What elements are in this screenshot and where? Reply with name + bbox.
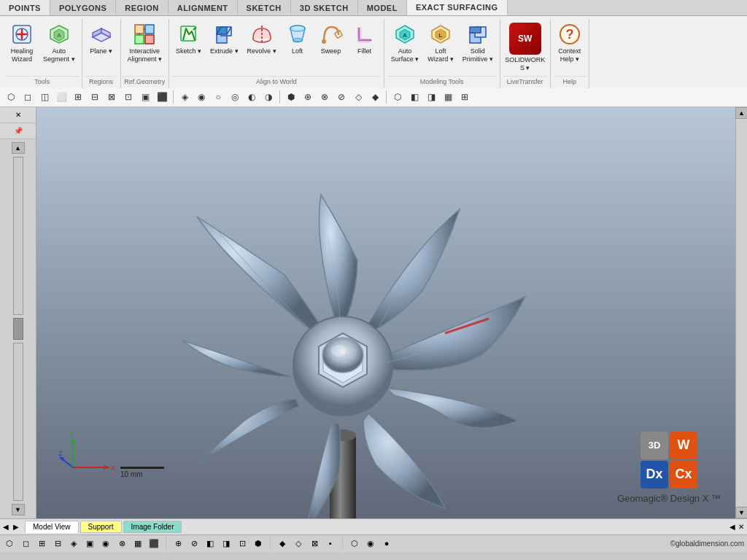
svg-marker-55 xyxy=(71,438,75,443)
scroll-up[interactable]: ▲ xyxy=(12,142,25,154)
status-icon-14[interactable]: ◨ xyxy=(220,537,233,550)
toolbar-btn-27[interactable]: ⊞ xyxy=(457,89,473,105)
status-icon-9[interactable]: ▦ xyxy=(131,537,144,550)
toolbar-btn-4[interactable]: ⬜ xyxy=(53,89,69,105)
tab-alignment[interactable]: ALIGNMENT xyxy=(169,0,238,15)
solidworks-button[interactable]: SW SOLIDWORKS ▾ xyxy=(503,20,547,74)
ribbon-group-help: ? ContextHelp ▾ Help xyxy=(551,19,589,88)
plane-label: Plane ▾ xyxy=(90,47,112,55)
svg-point-50 xyxy=(331,345,346,357)
toolbar-btn-3[interactable]: ◫ xyxy=(36,89,53,105)
loft-icon xyxy=(286,23,309,46)
right-scroll-up[interactable]: ▲ xyxy=(735,107,748,119)
interactive-alignment-button[interactable]: InteractiveAlignment ▾ xyxy=(124,20,166,66)
status-icon-3[interactable]: ⊞ xyxy=(35,537,48,550)
tab-support[interactable]: Support xyxy=(80,521,122,533)
loft-button[interactable]: Loft xyxy=(282,20,314,58)
status-icon-10[interactable]: ⬛ xyxy=(147,537,160,550)
status-icon-6[interactable]: ▣ xyxy=(83,537,96,550)
bottom-expand[interactable]: ◀ xyxy=(729,523,735,531)
tab-points[interactable]: POINTS xyxy=(0,0,50,15)
tab-image-folder[interactable]: Image Folder xyxy=(123,521,182,533)
status-icon-23[interactable]: ● xyxy=(380,537,393,550)
toolbar-btn-16[interactable]: ◑ xyxy=(260,89,276,105)
sweep-button[interactable]: Sweep xyxy=(315,20,347,58)
left-panel-close[interactable]: ✕ xyxy=(0,107,36,123)
right-scroll-down[interactable]: ▼ xyxy=(735,507,748,518)
sketch-button[interactable]: Sketch ▾ xyxy=(172,20,205,58)
viewport[interactable]: X Y Z 10 mm 3D W Dx Cx xyxy=(36,107,735,518)
toolbar-btn-20[interactable]: ⊘ xyxy=(333,89,349,105)
status-icon-11[interactable]: ⊕ xyxy=(171,537,185,550)
svg-text:Z: Z xyxy=(58,450,63,457)
right-scrollbar[interactable]: ▲ ▼ xyxy=(735,107,747,518)
sketch-icon xyxy=(177,23,201,46)
toolbar-btn-17[interactable]: ⬢ xyxy=(283,89,299,105)
status-icon-15[interactable]: ⊡ xyxy=(236,537,249,550)
status-icon-7[interactable]: ◉ xyxy=(99,537,112,550)
status-icon-17[interactable]: ◆ xyxy=(276,537,289,550)
toolbar-btn-11[interactable]: ◈ xyxy=(177,89,193,105)
healing-wizard-button[interactable]: HealingWizard xyxy=(6,20,38,66)
toolbar-btn-8[interactable]: ⊡ xyxy=(120,89,136,105)
toolbar-btn-21[interactable]: ◇ xyxy=(350,89,366,105)
toolbar-btn-10[interactable]: ⬛ xyxy=(154,89,170,105)
toolbar-btn-24[interactable]: ◧ xyxy=(406,89,422,105)
scroll-thumb[interactable] xyxy=(13,318,23,340)
context-help-icon: ? xyxy=(558,23,581,46)
watermark-text: Geomagic® Design X ™ xyxy=(617,493,721,504)
solid-primitive-button[interactable]: SolidPrimitive ▾ xyxy=(459,20,497,66)
status-icon-21[interactable]: ⬡ xyxy=(348,537,361,550)
toolbar-btn-14[interactable]: ◎ xyxy=(227,89,243,105)
tab-model[interactable]: MODEL xyxy=(358,0,407,15)
loft-wizard-button[interactable]: L LoftWizard ▾ xyxy=(424,20,457,66)
tab-sketch[interactable]: SKETCH xyxy=(238,0,291,15)
toolbar-btn-6[interactable]: ⊟ xyxy=(87,89,103,105)
scroll-down[interactable]: ▼ xyxy=(12,504,25,516)
toolbar-btn-22[interactable]: ◆ xyxy=(367,89,383,105)
toolbar-btn-1[interactable]: ⬡ xyxy=(3,89,19,105)
status-icon-18[interactable]: ◇ xyxy=(292,537,305,550)
status-icon-2[interactable]: ◻ xyxy=(19,537,32,550)
tab-polygons[interactable]: POLYGONS xyxy=(50,0,116,15)
auto-surface-button[interactable]: A AutoSurface ▾ xyxy=(387,20,423,66)
toolbar-btn-19[interactable]: ⊗ xyxy=(317,89,333,105)
toolbar-btn-7[interactable]: ⊠ xyxy=(104,89,120,105)
bottom-nav-left[interactable]: ◀ xyxy=(3,523,9,531)
bottom-nav-right[interactable]: ▶ xyxy=(13,523,19,531)
status-icon-13[interactable]: ◧ xyxy=(204,537,217,550)
toolbar-btn-26[interactable]: ▦ xyxy=(440,89,456,105)
status-icon-16[interactable]: ⬢ xyxy=(252,537,265,550)
status-icon-12[interactable]: ⊘ xyxy=(187,537,201,550)
toolbar-btn-13[interactable]: ○ xyxy=(210,89,226,105)
toolbar-btn-18[interactable]: ⊕ xyxy=(300,89,316,105)
fillet-button[interactable]: Fillet xyxy=(349,20,381,58)
extrude-button[interactable]: Extrude ▾ xyxy=(206,20,242,58)
status-icon-1[interactable]: ⬡ xyxy=(3,537,16,550)
tab-exact-surfacing[interactable]: EXACT SURFACING xyxy=(407,0,508,15)
toolbar-btn-9[interactable]: ▣ xyxy=(137,89,153,105)
auto-segment-button[interactable]: A AutoSegment ▾ xyxy=(39,20,79,66)
plane-button[interactable]: Plane ▾ xyxy=(85,20,117,58)
bottom-close[interactable]: ✕ xyxy=(738,523,744,531)
fillet-icon xyxy=(353,23,376,46)
toolbar-btn-15[interactable]: ◐ xyxy=(244,89,260,105)
left-panel-pin[interactable]: 📌 xyxy=(0,123,36,139)
toolbar-btn-12[interactable]: ◉ xyxy=(193,89,209,105)
status-icon-19[interactable]: ⊠ xyxy=(308,537,321,550)
toolbar-btn-23[interactable]: ⬡ xyxy=(390,89,406,105)
status-icon-4[interactable]: ⊟ xyxy=(51,537,64,550)
auto-surface-icon: A xyxy=(393,23,417,46)
tab-3d-sketch[interactable]: 3D SKETCH xyxy=(291,0,358,15)
context-help-button[interactable]: ? ContextHelp ▾ xyxy=(554,20,586,66)
status-icon-22[interactable]: ◉ xyxy=(364,537,377,550)
revolve-button[interactable]: Revolve ▾ xyxy=(244,20,280,58)
status-icon-20[interactable]: ▪ xyxy=(324,537,337,550)
toolbar-btn-2[interactable]: ◻ xyxy=(20,89,36,105)
toolbar-btn-25[interactable]: ◨ xyxy=(423,89,439,105)
status-icon-5[interactable]: ◈ xyxy=(67,537,80,550)
tab-region[interactable]: REGION xyxy=(116,0,168,15)
toolbar-btn-5[interactable]: ⊞ xyxy=(70,89,86,105)
tab-model-view[interactable]: Model View xyxy=(25,521,79,533)
status-icon-8[interactable]: ⊗ xyxy=(115,537,128,550)
